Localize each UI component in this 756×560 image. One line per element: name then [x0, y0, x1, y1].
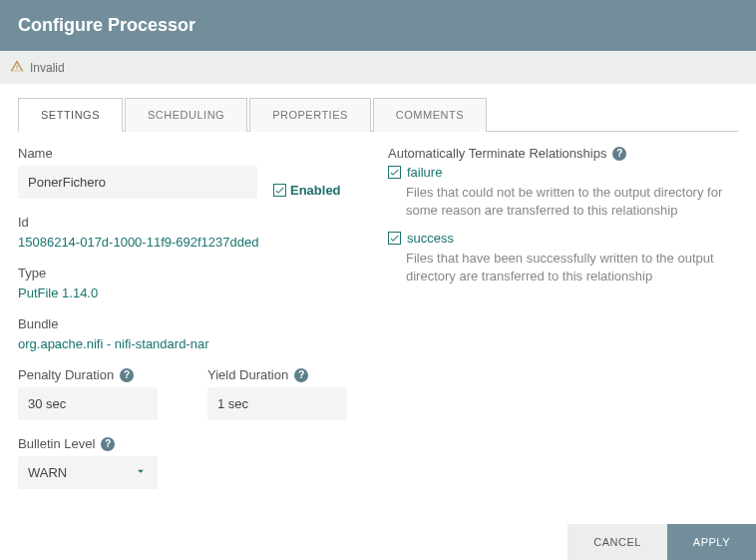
help-icon[interactable]: ?	[101, 437, 115, 451]
bundle-label: Bundle	[18, 316, 368, 331]
dialog-footer: CANCEL APPLY	[567, 524, 756, 560]
relationship-failure-checkbox[interactable]	[388, 166, 401, 179]
id-label: Id	[18, 215, 368, 230]
status-bar: Invalid	[0, 51, 756, 84]
status-text: Invalid	[30, 61, 65, 75]
bulletin-value: WARN	[28, 465, 67, 480]
bulletin-select[interactable]: WARN	[18, 456, 158, 489]
chevron-down-icon	[134, 464, 148, 481]
enabled-label: Enabled	[290, 183, 341, 198]
enabled-checkbox[interactable]	[273, 184, 286, 197]
tab-comments[interactable]: COMMENTS	[373, 98, 487, 132]
type-value: PutFile 1.14.0	[18, 285, 368, 300]
cancel-button[interactable]: CANCEL	[567, 524, 667, 560]
bulletin-label: Bulletin Level	[18, 436, 95, 451]
relationship-success-label: success	[407, 231, 454, 246]
tab-properties[interactable]: PROPERTIES	[249, 98, 371, 132]
relationship-success-desc: Files that have been successfully writte…	[406, 250, 738, 284]
name-input[interactable]	[18, 166, 257, 199]
warning-icon	[10, 59, 24, 76]
relationship-failure-desc: Files that could not be written to the o…	[406, 184, 738, 219]
dialog-title: Configure Processor	[18, 15, 195, 35]
yield-label: Yield Duration	[207, 367, 288, 382]
help-icon[interactable]: ?	[120, 368, 134, 382]
relationships-header: Automatically Terminate Relationships	[388, 146, 606, 161]
tab-settings[interactable]: SETTINGS	[18, 98, 123, 132]
type-label: Type	[18, 266, 368, 280]
tab-scheduling[interactable]: SCHEDULING	[125, 98, 247, 132]
relationship-failure-label: failure	[407, 165, 442, 180]
id-value: 15086214-017d-1000-11f9-692f1237dded	[18, 235, 368, 250]
yield-input[interactable]	[207, 387, 347, 420]
bundle-value: org.apache.nifi - nifi-standard-nar	[18, 336, 368, 351]
help-icon[interactable]: ?	[612, 147, 626, 161]
penalty-label: Penalty Duration	[18, 367, 114, 382]
help-icon[interactable]: ?	[294, 368, 308, 382]
penalty-input[interactable]	[18, 387, 158, 420]
tab-bar: SETTINGS SCHEDULING PROPERTIES COMMENTS	[18, 98, 738, 132]
name-label: Name	[18, 146, 368, 161]
relationship-success-checkbox[interactable]	[388, 232, 401, 245]
apply-button[interactable]: APPLY	[667, 524, 756, 560]
dialog-header: Configure Processor	[0, 0, 756, 51]
